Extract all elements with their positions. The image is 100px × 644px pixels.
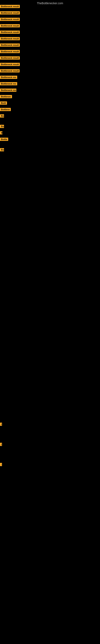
bottleneck-badge-wrapper: Bottleneck result	[0, 18, 20, 22]
bottleneck-result-badge[interactable]: Bottleneck result	[0, 63, 20, 66]
bottleneck-result-badge[interactable]: Bottle	[0, 138, 8, 141]
bottleneck-result-badge[interactable]: Bottleneck result	[0, 18, 20, 21]
bottleneck-result-badge[interactable]: Bottleneck result	[0, 37, 20, 40]
bottleneck-result-badge[interactable]: Bo	[0, 148, 4, 151]
bottleneck-badge-wrapper: Bottleneck result	[0, 11, 20, 15]
bottleneck-badge-wrapper: Bo	[0, 125, 4, 129]
bottleneck-badge-wrapper: Bottleneck result	[0, 56, 20, 60]
bottleneck-badge-wrapper: Bottlenec	[0, 95, 12, 99]
bottleneck-badge-wrapper: Bo	[0, 148, 4, 152]
bottleneck-result-badge[interactable]: Bottleneck res	[0, 88, 16, 92]
bottleneck-result-badge[interactable]: Bottleneck res	[0, 82, 17, 85]
bottleneck-result-badge[interactable]: Bottlenec	[0, 95, 12, 98]
bottleneck-badge-wrapper: Bottleneck res	[0, 76, 17, 80]
bottleneck-badge-wrapper: Bottleneck result	[0, 69, 20, 73]
bottleneck-badge-wrapper: Bottleneck result	[0, 44, 20, 48]
bottleneck-result-badge[interactable]: Bottleneck result	[0, 44, 20, 47]
bottleneck-result-badge[interactable]: B	[0, 131, 2, 134]
bottleneck-badge-wrapper: Bottleneck result	[0, 63, 20, 67]
bottleneck-badge-wrapper: :	[0, 463, 1, 467]
bottleneck-result-badge[interactable]: Bottleneck result	[0, 56, 20, 60]
bottleneck-badge-wrapper: Bottle	[0, 138, 8, 142]
bottleneck-result-badge[interactable]: Bo	[0, 125, 4, 128]
bottleneck-result-badge[interactable]: Bottlene	[0, 108, 11, 111]
bottleneck-result-badge[interactable]: Bottl	[0, 102, 7, 105]
bottleneck-result-badge[interactable]: Bottleneck result	[0, 69, 20, 72]
bottleneck-badge-wrapper: Bo	[0, 114, 4, 118]
bottleneck-result-badge[interactable]: |	[0, 443, 2, 446]
bottleneck-badge-wrapper: Bottl	[0, 102, 7, 106]
bottleneck-result-badge[interactable]: Bottleneck result	[0, 11, 20, 14]
bottleneck-result-badge[interactable]: Bo	[0, 114, 4, 118]
bottleneck-result-badge[interactable]: Bottleneck result	[0, 50, 20, 53]
bottleneck-badge-wrapper: Bottlene	[0, 108, 11, 112]
bottleneck-result-badge[interactable]: Bottleneck result	[0, 5, 20, 8]
bottleneck-badge-wrapper: B	[0, 131, 2, 135]
bottleneck-badge-wrapper: |	[0, 443, 1, 447]
bottleneck-badge-wrapper: Bottleneck result	[0, 5, 20, 9]
bottleneck-badge-wrapper: Bottleneck res	[0, 82, 17, 86]
bottleneck-result-badge[interactable]: Bottleneck result	[0, 24, 20, 27]
bottleneck-result-badge[interactable]: Bottleneck result	[0, 30, 20, 34]
bottleneck-badge-wrapper: Bottleneck result	[0, 37, 20, 41]
bottleneck-result-badge[interactable]: :	[0, 463, 2, 466]
bottleneck-badge-wrapper: |	[0, 422, 1, 427]
bottleneck-badge-wrapper: Bottleneck result	[0, 30, 20, 34]
bottleneck-badge-wrapper: Bottleneck result	[0, 50, 20, 54]
bottleneck-result-badge[interactable]: Bottleneck res	[0, 76, 17, 79]
bottleneck-badge-wrapper: Bottleneck res	[0, 88, 16, 92]
bottleneck-badge-wrapper: Bottleneck result	[0, 24, 20, 28]
bottleneck-result-badge[interactable]: |	[0, 422, 2, 426]
